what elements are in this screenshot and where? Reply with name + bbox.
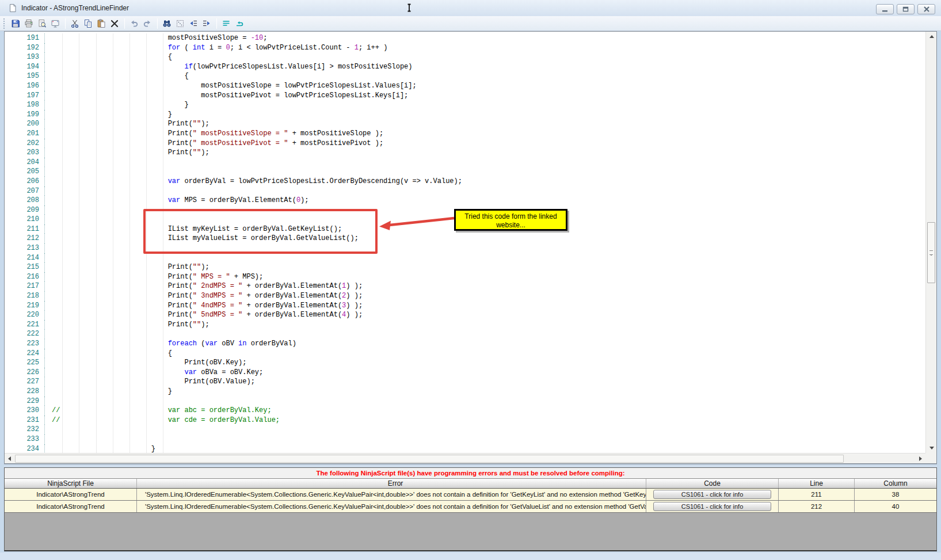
print-preview-button[interactable] <box>36 17 48 29</box>
restore-icon <box>902 6 909 13</box>
code-line-228[interactable]: 228 } <box>5 387 925 397</box>
find-icon <box>162 19 172 28</box>
code-editor: 191 mostPositiveSlope = -10;192 for ( in… <box>4 31 937 464</box>
horizontal-scroll-thumb[interactable] <box>15 455 844 463</box>
code-line-214[interactable]: 214 <box>5 253 925 263</box>
code-line-203[interactable]: 203 Print(""); <box>5 148 925 158</box>
delete-button[interactable] <box>108 17 120 29</box>
error-row-1[interactable]: Indicator\AStrongTrend'System.Linq.IOrde… <box>5 489 936 501</box>
scroll-up-button[interactable] <box>926 32 937 41</box>
code-line-222[interactable]: 222 <box>5 329 925 339</box>
code-line-195[interactable]: 195 { <box>5 71 925 81</box>
save-button[interactable] <box>9 17 21 29</box>
line-number: 216 <box>5 272 45 282</box>
column-header-line[interactable]: Line <box>779 479 855 488</box>
vertical-scroll-thumb[interactable] <box>927 222 935 283</box>
code-line-199[interactable]: 199 } <box>5 110 925 120</box>
column-header-code[interactable]: Code <box>646 479 779 488</box>
code-line-232[interactable]: 232 <box>5 425 925 435</box>
line-number: 220 <box>5 310 45 320</box>
outdent-button[interactable] <box>187 17 199 29</box>
code-line-204[interactable]: 204 <box>5 158 925 167</box>
code-line-233[interactable]: 233 <box>5 435 925 444</box>
code-line-197[interactable]: 197 mostPositivePivot = lowPvtPriceSlope… <box>5 91 925 101</box>
code-line-230[interactable]: 230// var abc = orderByVal.Key; <box>5 406 925 416</box>
cut-button[interactable] <box>68 17 81 29</box>
code-line-225[interactable]: 225 Print(oBV.Key); <box>5 358 925 368</box>
code-line-205[interactable]: 205 <box>5 167 925 177</box>
code-line-218[interactable]: 218 Print(" 3ndMPS = " + orderByVal.Elem… <box>5 291 925 301</box>
horizontal-scrollbar[interactable] <box>5 453 925 463</box>
line-number: 210 <box>5 215 45 224</box>
error-code-button[interactable]: CS1061 - click for info <box>653 502 771 511</box>
code-text: Print(" MPS = " + MPS); <box>45 272 925 282</box>
scroll-down-button[interactable] <box>926 443 937 453</box>
toolbar-grip[interactable] <box>3 18 6 29</box>
code-line-229[interactable]: 229 <box>5 397 925 406</box>
code-line-224[interactable]: 224 { <box>5 349 925 359</box>
error-message-cell: 'System.Linq.IOrderedEnumerable<System.C… <box>137 501 646 512</box>
code-line-231[interactable]: 231// var cde = orderByVal.Value; <box>5 416 925 425</box>
paste-button[interactable] <box>95 17 107 29</box>
ibeam-cursor <box>406 3 412 14</box>
line-number: 228 <box>5 387 45 397</box>
scroll-left-button[interactable] <box>5 454 14 464</box>
code-line-206[interactable]: 206 var orderByVal = lowPvtPriceSlopesLi… <box>5 177 925 186</box>
code-area[interactable]: 191 mostPositiveSlope = -10;192 for ( in… <box>5 32 925 453</box>
code-line-217[interactable]: 217 Print(" 2ndMPS = " + orderByVal.Elem… <box>5 281 925 291</box>
print-button[interactable] <box>22 17 35 29</box>
code-line-198[interactable]: 198 } <box>5 100 925 110</box>
code-line-215[interactable]: 215 Print(""); <box>5 262 925 272</box>
column-header-error[interactable]: Error <box>137 479 646 488</box>
code-line-234[interactable]: 234 } <box>5 444 925 453</box>
code-line-227[interactable]: 227 Print(oBV.Value); <box>5 377 925 387</box>
code-text: Print(""); <box>45 320 925 330</box>
code-text: Print(" 3ndMPS = " + orderByVal.ElementA… <box>45 291 925 301</box>
code-line-193[interactable]: 193 { <box>5 52 925 62</box>
select-special-button[interactable] <box>174 17 186 29</box>
scroll-right-button[interactable] <box>916 454 925 464</box>
column-header-ninjascript-file[interactable]: NinjaScript File <box>5 479 137 488</box>
code-line-220[interactable]: 220 Print(" 5ndMPS = " + orderByVal.Elem… <box>5 310 925 320</box>
code-line-207[interactable]: 207 <box>5 186 925 196</box>
code-line-226[interactable]: 226 var oBVa = oBV.Key; <box>5 368 925 378</box>
paste-icon <box>97 19 106 28</box>
code-text: // var cde = orderByVal.Value; <box>45 416 925 425</box>
line-number: 213 <box>5 243 45 253</box>
indent-button[interactable] <box>200 17 212 29</box>
board-button[interactable] <box>49 17 61 29</box>
error-row-2[interactable]: Indicator\AStrongTrend'System.Linq.IOrde… <box>5 501 936 513</box>
code-line-208[interactable]: 208 var MPS = orderByVal.ElementAt(0); <box>5 196 925 205</box>
code-line-200[interactable]: 200 Print(""); <box>5 119 925 129</box>
restore-button[interactable] <box>897 4 915 14</box>
redo-button[interactable] <box>141 17 153 29</box>
wrap-return-button[interactable] <box>233 17 245 29</box>
code-line-223[interactable]: 223 foreach (var oBV in orderByVal) <box>5 339 925 349</box>
error-file-cell: Indicator\AStrongTrend <box>5 501 137 512</box>
code-line-219[interactable]: 219 Print(" 4ndMPS = " + orderByVal.Elem… <box>5 301 925 311</box>
code-line-212[interactable]: 212 IList myValueList = orderByVal.GetVa… <box>5 234 925 243</box>
column-header-column[interactable]: Column <box>855 479 936 488</box>
vertical-scrollbar[interactable] <box>925 32 936 453</box>
code-line-213[interactable]: 213 <box>5 243 925 253</box>
find-button[interactable] <box>161 17 173 29</box>
annotation-callout: Tried this code form the linked website.… <box>454 209 567 231</box>
code-line-202[interactable]: 202 Print(" mostPositivePivot = " + most… <box>5 139 925 148</box>
window-title: Indicator - AStrongTrendLineFinder <box>21 4 129 12</box>
error-code-button[interactable]: CS1061 - click for info <box>653 490 771 499</box>
undo-button[interactable] <box>128 17 140 29</box>
close-button[interactable] <box>917 4 935 14</box>
code-line-196[interactable]: 196 mostPositiveSlope = lowPvtPriceSlope… <box>5 81 925 91</box>
line-number: 203 <box>5 148 45 158</box>
left-arrow-icon <box>8 456 11 461</box>
minimize-button[interactable] <box>876 4 894 14</box>
code-line-201[interactable]: 201 Print(" mostPositiveSlope = " + most… <box>5 129 925 139</box>
code-line-216[interactable]: 216 Print(" MPS = " + MPS); <box>5 272 925 282</box>
copy-button[interactable] <box>82 17 94 29</box>
code-line-191[interactable]: 191 mostPositiveSlope = -10; <box>5 33 925 43</box>
code-line-221[interactable]: 221 Print(""); <box>5 320 925 330</box>
code-line-192[interactable]: 192 for ( int i = 0; i < lowPvtPriceList… <box>5 43 925 53</box>
align-lines-button[interactable] <box>220 17 232 29</box>
code-line-194[interactable]: 194 if(lowPvtPriceSlopesList.Values[i] >… <box>5 62 925 72</box>
title-bar[interactable]: Indicator - AStrongTrendLineFinder <box>0 0 941 16</box>
